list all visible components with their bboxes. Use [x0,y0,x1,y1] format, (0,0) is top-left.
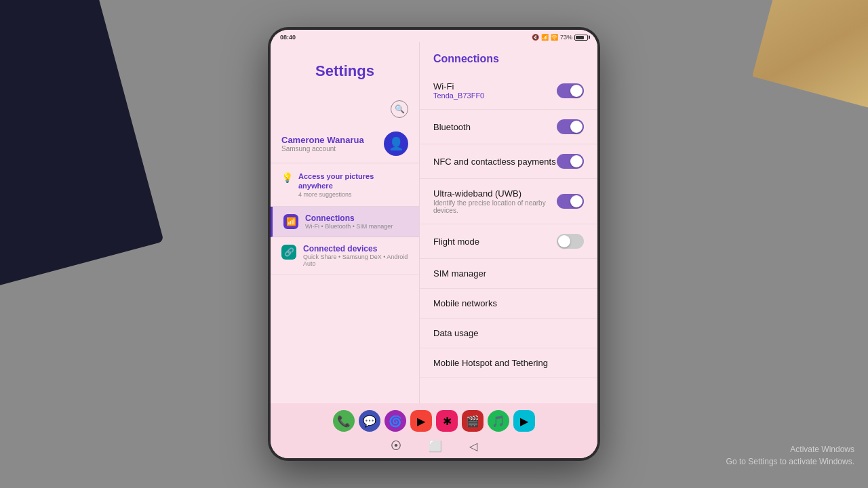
setting-hotspot-text: Mobile Hotspot and Tethering [433,358,584,368]
status-right: 🔇 📶 🛜 73% [532,34,588,41]
setting-uwb-sub: Identify the precise location of nearby … [433,199,557,214]
wifi-icon: 🛜 [551,34,558,41]
status-time: 08:40 [280,34,296,41]
nav-connections-sub: Wi-Fi • Bluetooth • SIM manager [305,223,393,230]
nav-recents-button[interactable]: ⦿ [391,440,401,453]
nav-connections-label: Connections [305,214,393,223]
setting-nfc[interactable]: NFC and contactless payments [420,144,597,179]
setting-hotspot[interactable]: Mobile Hotspot and Tethering [420,348,597,378]
flight-mode-toggle-knob [558,235,570,247]
uwb-toggle-knob [570,195,583,207]
setting-flight-mode[interactable]: Flight mode [420,224,597,259]
setting-flight-text: Flight mode [433,237,557,247]
nav-item-connections[interactable]: 📶 Connections Wi-Fi • Bluetooth • SIM ma… [271,207,419,237]
setting-hotspot-label: Mobile Hotspot and Tethering [433,358,584,368]
setting-uwb[interactable]: Ultra-wideband (UWB) Identify the precis… [420,179,597,224]
content-area: Settings 🔍 Camerone Wanarua Samsung acco… [271,42,597,403]
settings-title: Settings [271,49,419,100]
device-screen: 08:40 🔇 📶 🛜 73% Settings 🔍 [271,30,597,458]
setting-flight-label: Flight mode [433,237,557,247]
left-panel: Settings 🔍 Camerone Wanarua Samsung acco… [271,42,420,403]
nav-connected-sub: Quick Share • Samsung DeX • Android Auto [303,253,408,267]
app-messages[interactable]: 💬 [359,410,380,432]
setting-mobile-label: Mobile networks [433,298,584,308]
setting-bluetooth[interactable]: Bluetooth [420,110,597,144]
setting-data-usage[interactable]: Data usage [420,319,597,348]
user-section[interactable]: Camerone Wanarua Samsung account 👤 [271,125,419,163]
suggestion-section[interactable]: 💡 Access your pictures anywhere 4 more s… [271,163,419,207]
connections-icon: 📶 [283,214,298,229]
avatar-icon: 👤 [389,136,403,151]
user-subtitle: Samsung account [281,145,377,152]
battery-indicator [574,35,588,41]
nav-connected-text: Connected devices Quick Share • Samsung … [303,244,408,267]
watermark: Activate Windows Go to Settings to activ… [726,443,854,468]
flight-mode-toggle[interactable] [557,234,584,249]
setting-wifi-text: Wi-Fi Tenda_B73FF0 [433,81,557,100]
bluetooth-toggle-knob [570,121,583,133]
nfc-toggle[interactable] [557,154,584,169]
nav-back-button[interactable]: ◁ [469,440,477,453]
suggestion-sub: 4 more suggestions [298,191,408,198]
app-phone[interactable]: 📞 [333,410,355,432]
lightbulb-icon: 💡 [281,172,293,183]
right-panel: Connections Wi-Fi Tenda_B73FF0 [420,42,597,403]
setting-bluetooth-label: Bluetooth [433,122,557,132]
nav-item-connected-devices[interactable]: 🔗 Connected devices Quick Share • Samsun… [271,237,419,274]
setting-mobile-text: Mobile networks [433,298,584,308]
device-frame: 08:40 🔇 📶 🛜 73% Settings 🔍 [268,27,600,461]
suggestion-main: Access your pictures anywhere [298,171,408,191]
setting-mobile-networks[interactable]: Mobile networks [420,289,597,319]
setting-nfc-text: NFC and contactless payments [433,157,557,167]
battery-fill [576,36,584,39]
setting-uwb-text: Ultra-wideband (UWB) Identify the precis… [433,188,557,214]
setting-wifi-sub: Tenda_B73FF0 [433,92,557,100]
setting-uwb-label: Ultra-wideband (UWB) [433,188,557,199]
bottom-nav: 📞 💬 🌀 ▶ ✱ 🎬 🎵 ▶ ⦿ ⬜ ◁ [271,403,597,458]
app-settings-app[interactable]: ✱ [436,410,458,432]
wifi-toggle-knob [570,85,583,97]
connected-devices-icon: 🔗 [281,245,296,260]
setting-sim-text: SIM manager [433,268,584,279]
watermark-line1: Activate Windows [726,443,854,455]
search-button[interactable]: 🔍 [391,100,408,118]
volume-icon: 🔇 [532,34,539,41]
nav-connections-text: Connections Wi-Fi • Bluetooth • SIM mana… [305,214,393,230]
setting-data-text: Data usage [433,328,584,338]
nav-connected-label: Connected devices [303,244,408,253]
wifi-toggle[interactable] [557,83,584,98]
app-social[interactable]: 🌀 [384,410,406,432]
watermark-line2: Go to Settings to activate Windows. [726,455,854,468]
connections-title: Connections [420,42,597,72]
product-box: Galaxy Z Fold6 [0,0,164,287]
app-video[interactable]: ▶ [410,410,432,432]
signal-icon: 📶 [541,34,549,41]
status-bar: 08:40 🔇 📶 🛜 73% [271,30,597,42]
app-dock: 📞 💬 🌀 ▶ ✱ 🎬 🎵 ▶ [277,407,591,434]
setting-nfc-label: NFC and contactless payments [433,157,557,167]
setting-bluetooth-text: Bluetooth [433,122,557,132]
battery-text: 73% [560,34,572,41]
settings-list: Wi-Fi Tenda_B73FF0 Bluetooth [420,72,597,403]
setting-data-label: Data usage [433,328,584,338]
setting-wifi[interactable]: Wi-Fi Tenda_B73FF0 [420,72,597,110]
nav-buttons: ⦿ ⬜ ◁ [277,437,591,454]
suggestion-text: Access your pictures anywhere 4 more sug… [298,171,408,198]
app-media[interactable]: 🎬 [462,410,484,432]
uwb-toggle[interactable] [557,194,584,209]
setting-wifi-label: Wi-Fi [433,81,557,92]
bluetooth-toggle[interactable] [557,119,584,134]
setting-sim[interactable]: SIM manager [420,259,597,289]
user-info: Camerone Wanarua Samsung account [281,135,377,152]
setting-sim-label: SIM manager [433,268,584,279]
user-name: Camerone Wanarua [281,135,377,145]
search-row: 🔍 [271,100,419,125]
app-play[interactable]: ▶ [513,410,535,432]
wood-decoration [752,0,868,112]
nav-home-button[interactable]: ⬜ [429,440,442,453]
avatar: 👤 [384,131,408,156]
app-spotify[interactable]: 🎵 [488,410,509,432]
nfc-toggle-knob [570,155,583,167]
